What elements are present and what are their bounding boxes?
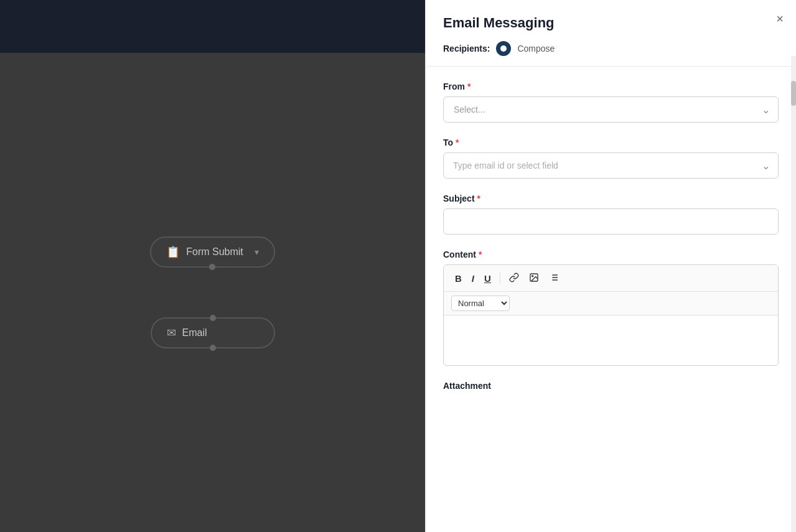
italic-button[interactable]: I <box>468 271 478 286</box>
editor-toolbar: B I U <box>444 265 778 292</box>
step-dot <box>496 41 511 56</box>
to-required: * <box>456 138 459 147</box>
form-submit-node[interactable]: 📋 Form Submit ▾ <box>150 236 275 268</box>
toolbar-divider <box>500 273 500 284</box>
content-label: Content * <box>443 250 779 259</box>
form-submit-label: Form Submit <box>186 246 243 258</box>
subject-required: * <box>477 194 480 203</box>
format-select[interactable]: Normal Heading 1 Heading 2 Heading 3 <box>451 296 510 311</box>
editor-container: B I U <box>443 264 779 366</box>
panel-body: From * Select... ⌄ To * ⌄ Type email <box>426 67 796 532</box>
bold-button[interactable]: B <box>451 271 466 286</box>
editor-toolbar-row2: Normal Heading 1 Heading 2 Heading 3 <box>444 292 778 315</box>
email-icon: ✉ <box>167 326 176 340</box>
email-dot-top <box>210 315 216 321</box>
to-select[interactable] <box>443 152 779 179</box>
attachment-field-group: Attachment <box>443 381 779 391</box>
to-select-wrapper: ⌄ Type email id or select field <box>443 152 779 179</box>
step-compose-label: Compose <box>517 44 555 54</box>
from-required: * <box>467 82 471 91</box>
steps-row: Recipients: Compose <box>443 41 779 56</box>
attachment-label: Attachment <box>443 381 779 391</box>
editor-content-area[interactable] <box>444 315 778 365</box>
right-panel: Email Messaging × Recipients: Compose Fr… <box>425 0 796 532</box>
panel-title: Email Messaging <box>443 15 779 31</box>
from-field-group: From * Select... ⌄ <box>443 82 779 123</box>
subject-label: Subject * <box>443 194 779 203</box>
panel-header: Email Messaging × Recipients: Compose <box>426 0 796 67</box>
subject-input[interactable] <box>443 208 779 235</box>
list-button[interactable] <box>545 270 563 286</box>
from-select-wrapper: Select... ⌄ <box>443 96 779 123</box>
from-select[interactable]: Select... <box>443 96 779 123</box>
scrollbar-thumb[interactable] <box>791 81 796 106</box>
steps-prefix: Recipients: <box>443 44 490 54</box>
top-bar <box>0 0 425 53</box>
email-label: Email <box>182 327 207 338</box>
image-button[interactable] <box>525 270 543 286</box>
form-icon: 📋 <box>166 245 180 259</box>
subject-field-group: Subject * <box>443 194 779 235</box>
email-node[interactable]: ✉ Email <box>151 317 275 348</box>
svg-point-1 <box>532 276 533 277</box>
close-button[interactable]: × <box>776 12 784 25</box>
content-required: * <box>479 250 482 259</box>
email-dot-bottom <box>210 345 216 351</box>
from-label: From * <box>443 82 779 91</box>
form-submit-dot-bottom <box>209 264 215 270</box>
canvas-area: 📋 Form Submit ▾ ✉ Email <box>0 0 425 532</box>
scrollbar-track[interactable] <box>791 56 796 532</box>
step-dot-inner <box>500 45 507 52</box>
to-label: To * <box>443 138 779 147</box>
underline-button[interactable]: U <box>480 271 495 286</box>
to-field-group: To * ⌄ Type email id or select field <box>443 138 779 179</box>
link-button[interactable] <box>505 270 523 286</box>
content-field-group: Content * B I U <box>443 250 779 366</box>
form-submit-chevron: ▾ <box>255 247 259 257</box>
canvas-content: 📋 Form Submit ▾ ✉ Email <box>0 53 425 532</box>
